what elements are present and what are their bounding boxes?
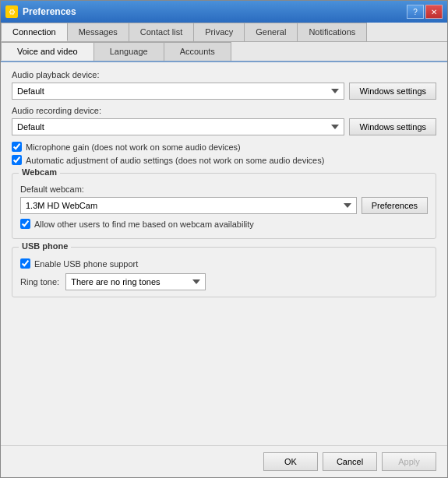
audio-playback-row: Default Windows settings	[12, 83, 436, 100]
cancel-button[interactable]: Cancel	[323, 452, 377, 471]
tab-language[interactable]: Language	[93, 42, 164, 61]
webcam-section-title: Webcam	[19, 167, 60, 177]
usb-phone-section: USB phone Enable USB phone support Ring …	[12, 247, 436, 297]
auto-adjustment-row: Automatic adjustment of audio settings (…	[12, 155, 436, 165]
window-title: Preferences	[23, 6, 407, 17]
allow-webcam-checkbox[interactable]	[20, 219, 30, 229]
ok-button[interactable]: OK	[263, 452, 318, 471]
audio-recording-select[interactable]: Default	[12, 118, 344, 135]
preferences-window: ⚙ Preferences ? ✕ Connection Messages Co…	[0, 0, 448, 478]
microphone-gain-checkbox[interactable]	[12, 142, 22, 152]
tab-messages[interactable]: Messages	[67, 23, 129, 41]
footer: OK Cancel Apply	[1, 445, 447, 477]
audio-recording-group: Audio recording device: Default Windows …	[12, 106, 436, 135]
main-content: Audio playback device: Default Windows s…	[1, 62, 447, 445]
webcam-section: Webcam Default webcam: 1.3M HD WebCam Pr…	[12, 173, 436, 239]
webcam-select[interactable]: 1.3M HD WebCam	[20, 197, 357, 214]
webcam-section-content: Default webcam: 1.3M HD WebCam Preferenc…	[20, 185, 428, 229]
audio-playback-windows-settings-button[interactable]: Windows settings	[349, 83, 436, 100]
tab-contact-list[interactable]: Contact list	[129, 23, 194, 41]
ringtone-row: Ring tone: There are no ring tones	[20, 273, 428, 290]
ringtone-select[interactable]: There are no ring tones	[65, 273, 206, 290]
audio-playback-group: Audio playback device: Default Windows s…	[12, 70, 436, 100]
enable-usb-checkbox[interactable]	[20, 258, 30, 269]
auto-adjustment-checkbox[interactable]	[12, 155, 22, 165]
allow-webcam-label: Allow other users to find me based on we…	[34, 220, 254, 229]
tab-voice-video[interactable]: Voice and video	[1, 42, 94, 61]
allow-webcam-row: Allow other users to find me based on we…	[20, 219, 428, 229]
audio-recording-label: Audio recording device:	[12, 106, 436, 115]
top-tab-bar: Connection Messages Contact list Privacy…	[1, 23, 447, 42]
second-tab-bar: Voice and video Language Accounts	[1, 42, 447, 62]
ringtone-label: Ring tone:	[20, 277, 59, 286]
default-webcam-label: Default webcam:	[20, 185, 428, 194]
window-icon: ⚙	[5, 5, 18, 18]
apply-button[interactable]: Apply	[382, 452, 436, 471]
microphone-gain-label: Microphone gain (does not work on some a…	[26, 142, 241, 152]
close-button[interactable]: ✕	[425, 5, 443, 19]
title-bar: ⚙ Preferences ? ✕	[1, 1, 447, 23]
usb-section-content: Enable USB phone support Ring tone: Ther…	[20, 258, 428, 290]
webcam-row: 1.3M HD WebCam Preferences	[20, 197, 428, 214]
auto-adjustment-label: Automatic adjustment of audio settings (…	[26, 156, 324, 165]
microphone-gain-row: Microphone gain (does not work on some a…	[12, 142, 436, 152]
audio-recording-windows-settings-button[interactable]: Windows settings	[349, 118, 436, 135]
tab-accounts[interactable]: Accounts	[164, 42, 231, 61]
tab-general[interactable]: General	[244, 23, 298, 41]
webcam-preferences-button[interactable]: Preferences	[362, 197, 428, 214]
enable-usb-row: Enable USB phone support	[20, 258, 428, 269]
tab-connection[interactable]: Connection	[1, 23, 68, 41]
window-controls: ? ✕	[407, 5, 443, 19]
tab-notifications[interactable]: Notifications	[297, 23, 367, 41]
audio-playback-select[interactable]: Default	[12, 83, 344, 100]
enable-usb-label: Enable USB phone support	[34, 259, 138, 269]
usb-section-title: USB phone	[19, 241, 71, 251]
help-button[interactable]: ?	[407, 5, 424, 19]
tab-privacy[interactable]: Privacy	[193, 23, 245, 41]
audio-recording-row: Default Windows settings	[12, 118, 436, 135]
audio-playback-label: Audio playback device:	[12, 70, 436, 79]
